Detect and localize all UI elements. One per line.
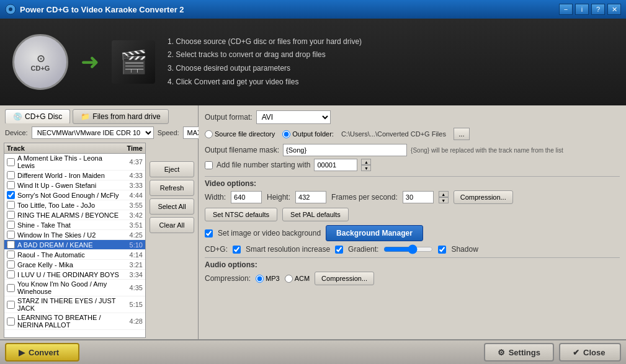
compression-button[interactable]: Compression...	[454, 190, 513, 204]
audio-options-label: Audio options:	[205, 260, 620, 269]
bg-checkbox[interactable]	[205, 229, 213, 237]
refresh-button[interactable]: Refresh	[150, 180, 194, 196]
video-options-label: Video options:	[205, 179, 620, 188]
clear-all-button[interactable]: Clear All	[150, 217, 194, 233]
cdg-label: CD+G:	[205, 245, 228, 254]
mask-hint: {Song} will be replaced with the track n…	[411, 147, 563, 154]
track-item[interactable]: Shine - Take That 3:51	[4, 220, 145, 230]
tab-files[interactable]: 📁 Files from hard drive	[73, 109, 168, 124]
track-name: Sorry's Not Good Enough / McFly	[17, 192, 120, 199]
fps-spin-down[interactable]: ▼	[439, 197, 449, 203]
track-checkbox[interactable]	[7, 201, 15, 209]
track-item[interactable]: Raoul - The Automatic 4:14	[4, 250, 145, 260]
filenumber-input[interactable]	[314, 159, 357, 171]
audio-row: Compression: MP3 ACM Compression...	[205, 272, 620, 285]
svg-point-1	[9, 7, 12, 11]
track-checkbox[interactable]	[7, 221, 15, 229]
track-item[interactable]: A Moment Like This - Leona Lewis 4:37	[4, 154, 145, 171]
close-button[interactable]: ✔ Close	[559, 343, 621, 362]
bottom-left: ▶ Convert	[5, 343, 79, 362]
track-checkbox[interactable]	[7, 270, 15, 278]
track-time: 3:55	[120, 202, 143, 209]
track-item[interactable]: Window In The Skies / U2 4:25	[4, 230, 145, 240]
track-checkbox[interactable]	[7, 158, 15, 166]
track-name: STARZ IN THERE EYES / JUST JACK	[17, 297, 120, 312]
help-button[interactable]: ?	[591, 4, 605, 15]
shadow-label: Shadow	[451, 245, 478, 254]
device-select[interactable]: NECVMWar\VMware IDE CDR 10	[32, 127, 154, 139]
track-item[interactable]: A BAD DREAM / KEANE 5:10	[4, 240, 145, 250]
track-checkbox[interactable]	[7, 211, 15, 219]
mask-input[interactable]	[283, 144, 407, 156]
track-item[interactable]: Different World - Iron Maiden 4:33	[4, 171, 145, 180]
divider2	[205, 257, 620, 258]
step1: 1. Choose source (CD+G disc or files fro…	[168, 35, 362, 49]
spin-down-button[interactable]: ▼	[361, 165, 371, 171]
bg-manager-button[interactable]: Background Manager	[326, 225, 423, 241]
arrow-icon: ➜	[81, 49, 99, 75]
ntsc-button[interactable]: Set NTSC defaults	[205, 208, 277, 221]
shadow-checkbox[interactable]	[438, 246, 446, 254]
track-item[interactable]: I LUV U / THE ORDINARY BOYS 3:34	[4, 270, 145, 280]
browse-button[interactable]: ...	[454, 128, 470, 140]
track-checkbox[interactable]	[7, 284, 15, 292]
source-dir-radio[interactable]: Source file directory	[205, 130, 275, 138]
disc-icon: 💿	[13, 112, 22, 121]
track-checkbox[interactable]	[7, 171, 15, 179]
mask-row: Output filename mask: {Song} will be rep…	[205, 144, 620, 156]
track-name: Wind It Up - Gwen Stefani	[17, 182, 120, 189]
output-folder-radio[interactable]: Output folder:	[282, 130, 334, 138]
audio-compression-button[interactable]: Compression...	[315, 272, 374, 285]
track-checkbox[interactable]	[7, 231, 15, 239]
tab-cdg-disc[interactable]: 💿 CD+G Disc	[5, 109, 70, 124]
convert-icon: ▶	[19, 348, 25, 357]
video-icon: 🎬	[112, 40, 155, 84]
gradient-slider[interactable]	[383, 245, 433, 254]
track-checkbox[interactable]	[7, 301, 15, 309]
track-checkbox[interactable]	[7, 317, 15, 326]
settings-button[interactable]: ⚙ Settings	[484, 343, 554, 362]
track-item[interactable]: LEARNING TO BREATHE / NERINA PALLOT 4:28	[4, 313, 145, 330]
convert-button[interactable]: ▶ Convert	[5, 343, 79, 362]
pal-button[interactable]: Set PAL defaults	[282, 208, 349, 221]
track-item[interactable]: Grace Kelly - Mika 3:21	[4, 260, 145, 270]
width-input[interactable]	[231, 191, 262, 203]
eject-button[interactable]: Eject	[150, 161, 194, 177]
select-all-button[interactable]: Select All	[150, 198, 194, 215]
cdg-row: CD+G: Smart resolution increase Gradient…	[205, 245, 620, 254]
track-item[interactable]: Too Little, Too Late - JoJo 3:55	[4, 200, 145, 210]
main-content: 💿 CD+G Disc 📁 Files from hard drive Devi…	[0, 105, 626, 339]
track-item[interactable]: Sorry's Not Good Enough / McFly 4:44	[4, 190, 145, 200]
track-name: A BAD DREAM / KEANE	[17, 241, 120, 249]
track-item[interactable]: Wind It Up - Gwen Stefani 3:33	[4, 180, 145, 190]
fps-input[interactable]	[403, 191, 434, 203]
folder-icon: 📁	[81, 112, 90, 121]
track-time: 5:15	[120, 301, 143, 308]
track-item[interactable]: You Know I'm No Good / Amy Winehouse 4:3…	[4, 280, 145, 296]
smart-res-checkbox[interactable]	[233, 246, 241, 254]
folder-path: C:\Users\...\Converted CD+G Files	[341, 130, 446, 138]
track-item[interactable]: STARZ IN THERE EYES / JUST JACK 5:15	[4, 296, 145, 313]
track-item[interactable]: RING THE ALARMS / BEYONCE 3:42	[4, 210, 145, 220]
cd-logo: ⊙ CD+G	[12, 34, 68, 90]
close-window-button[interactable]: ✕	[607, 4, 621, 15]
track-checkbox[interactable]	[7, 251, 15, 259]
track-name: I LUV U / THE ORDINARY BOYS	[17, 271, 120, 278]
track-checkbox[interactable]	[7, 191, 15, 199]
filenumber-checkbox[interactable]	[205, 161, 213, 169]
track-checkbox[interactable]	[7, 241, 15, 249]
info-button[interactable]: i	[575, 4, 589, 15]
fps-spin-up[interactable]: ▲	[439, 191, 449, 197]
right-panel: Output format: AVIMP4WMVFLV Source file …	[199, 105, 626, 339]
minimize-button[interactable]: −	[559, 4, 573, 15]
acm-radio[interactable]: ACM	[285, 275, 310, 283]
track-checkbox[interactable]	[7, 260, 15, 269]
mp3-radio[interactable]: MP3	[256, 275, 280, 283]
track-checkbox[interactable]	[7, 181, 15, 189]
spin-up-button[interactable]: ▲	[361, 159, 371, 165]
gradient-checkbox[interactable]	[335, 246, 343, 254]
output-format-row: Output format: AVIMP4WMVFLV	[205, 110, 620, 124]
height-input[interactable]	[295, 191, 326, 203]
gradient-label: Gradient:	[348, 245, 378, 254]
format-select[interactable]: AVIMP4WMVFLV	[256, 110, 331, 124]
